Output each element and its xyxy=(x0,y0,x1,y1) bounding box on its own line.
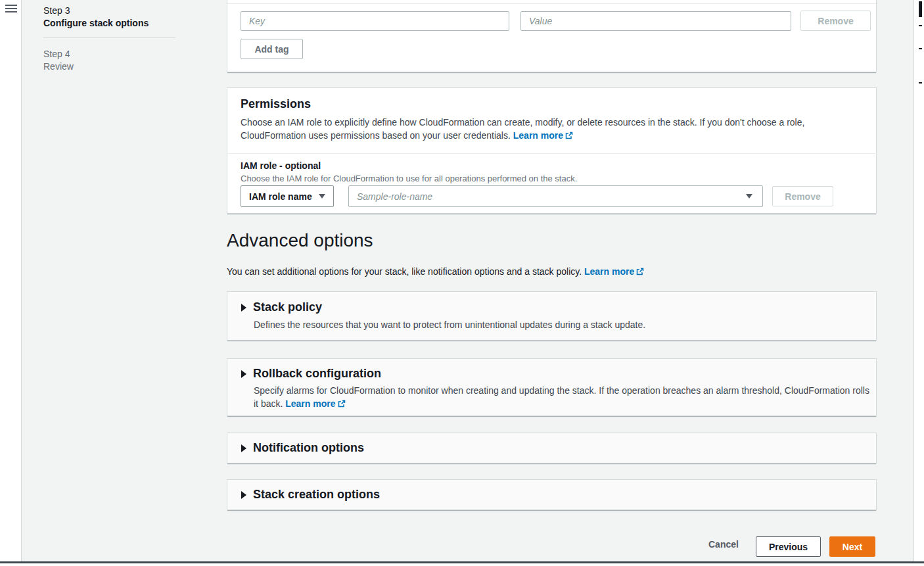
permissions-description: Choose an IAM role to explicitly define … xyxy=(241,116,866,142)
advanced-description-text: You can set additional options for your … xyxy=(227,266,582,277)
page-background xyxy=(0,0,924,561)
scrollbar-mark xyxy=(919,25,922,26)
notification-options-title: Notification options xyxy=(253,441,364,455)
tag-value-input[interactable] xyxy=(520,11,791,31)
cloudformation-configure-stack-options-page: Step 3 Configure stack options Step 4 Re… xyxy=(0,0,924,566)
step-number: Step 4 xyxy=(43,49,70,59)
tags-card-divider xyxy=(227,3,876,4)
remove-iam-role-button[interactable]: Remove xyxy=(772,186,833,206)
iam-role-type-select-value: IAM role name xyxy=(249,191,312,202)
external-link-icon xyxy=(338,400,346,408)
scrollbar-track[interactable] xyxy=(913,0,924,561)
collapsed-nav-rail xyxy=(0,0,22,561)
rollback-configuration-title: Rollback configuration xyxy=(253,367,381,381)
chevron-down-icon xyxy=(319,194,325,199)
chevron-down-icon[interactable] xyxy=(746,194,752,199)
rollback-learn-more-link[interactable]: Learn more xyxy=(285,398,345,409)
expand-caret-icon xyxy=(241,370,246,378)
next-button[interactable]: Next xyxy=(829,536,875,557)
notification-options-section: Notification options xyxy=(227,433,877,463)
remove-tag-button[interactable]: Remove xyxy=(800,11,871,31)
stack-policy-description: Defines the resources that you want to p… xyxy=(254,318,865,331)
sidebar-divider xyxy=(43,37,175,38)
page-title-advanced-options: Advanced options xyxy=(227,230,373,251)
stack-creation-options-title: Stack creation options xyxy=(253,488,380,502)
hamburger-menu-icon[interactable] xyxy=(5,5,17,13)
learn-more-label: Learn more xyxy=(285,398,335,409)
iam-role-type-select[interactable]: IAM role name xyxy=(241,185,334,207)
iam-role-description: Choose the IAM role for CloudFormation t… xyxy=(241,174,577,183)
add-tag-button[interactable]: Add tag xyxy=(241,39,303,59)
rollback-configuration-section: Rollback configuration Specify alarms fo… xyxy=(227,358,877,416)
notification-options-expander[interactable]: Notification options xyxy=(241,441,364,455)
permissions-learn-more-link[interactable]: Learn more xyxy=(513,130,573,141)
rollback-configuration-expander[interactable]: Rollback configuration xyxy=(241,367,381,381)
expand-caret-icon xyxy=(241,491,246,499)
external-link-icon xyxy=(565,131,573,139)
expand-caret-icon xyxy=(241,444,246,452)
learn-more-label: Learn more xyxy=(584,266,634,277)
cancel-button[interactable]: Cancel xyxy=(708,539,739,550)
learn-more-label: Learn more xyxy=(513,130,563,141)
scrollbar-mark xyxy=(919,48,922,49)
iam-role-name-input[interactable] xyxy=(348,185,763,207)
external-link-icon xyxy=(636,268,644,275)
rollback-description-text: Specify alarms for CloudFormation to mon… xyxy=(254,385,869,409)
bottom-divider-bar xyxy=(0,561,924,563)
permissions-card-divider xyxy=(227,153,877,154)
permissions-title: Permissions xyxy=(241,97,311,111)
step-number: Step 3 xyxy=(43,5,70,16)
stack-policy-section: Stack policy Defines the resources that … xyxy=(227,291,877,341)
scrollbar-mark xyxy=(919,82,922,83)
stack-policy-expander[interactable]: Stack policy xyxy=(241,300,322,314)
sidebar-item-configure-stack-options[interactable]: Configure stack options xyxy=(43,18,149,28)
sidebar-item-review[interactable]: Review xyxy=(43,61,74,72)
stack-creation-options-expander[interactable]: Stack creation options xyxy=(241,488,380,502)
rollback-configuration-description: Specify alarms for CloudFormation to mon… xyxy=(254,384,870,410)
iam-role-name-combobox xyxy=(348,185,763,207)
previous-button[interactable]: Previous xyxy=(756,536,821,557)
iam-role-label: IAM role - optional xyxy=(241,160,321,171)
scrollbar-thumb[interactable] xyxy=(919,1,922,17)
advanced-learn-more-link[interactable]: Learn more xyxy=(584,266,644,277)
tag-key-input[interactable] xyxy=(241,11,509,31)
advanced-options-description: You can set additional options for your … xyxy=(227,265,858,278)
stack-policy-title: Stack policy xyxy=(253,300,322,314)
expand-caret-icon xyxy=(241,304,246,312)
stack-creation-options-section: Stack creation options xyxy=(227,479,877,510)
